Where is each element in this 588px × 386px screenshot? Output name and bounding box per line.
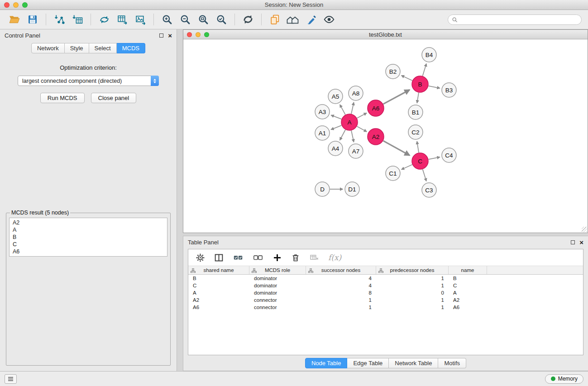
table-row[interactable]: Cdominator41C: [188, 282, 583, 289]
graph-node-C1[interactable]: C1: [386, 166, 400, 181]
graph-node-A[interactable]: A: [341, 114, 358, 130]
zoom-in-button[interactable]: [159, 12, 175, 27]
table-row[interactable]: A6connector11A6: [188, 304, 583, 311]
table-settings-button[interactable]: [196, 253, 205, 262]
graph-edge-C-C4[interactable]: [429, 157, 440, 159]
column-header-successor-nodes[interactable]: successor nodes: [306, 266, 376, 274]
result-item[interactable]: A2: [12, 219, 165, 226]
tab-select[interactable]: Select: [89, 43, 117, 53]
graph-edge-A2-C[interactable]: [383, 141, 410, 155]
graph-node-A6[interactable]: A6: [368, 100, 384, 116]
graph-edge-A6-B[interactable]: [383, 90, 410, 104]
minimize-network-icon[interactable]: [196, 32, 201, 37]
resize-grip[interactable]: [582, 227, 587, 232]
graph-node-B4[interactable]: B4: [422, 48, 436, 62]
graph-node-A4[interactable]: A4: [328, 141, 343, 156]
tab-style[interactable]: Style: [65, 43, 89, 53]
column-header-name[interactable]: name: [449, 266, 487, 274]
result-item[interactable]: A: [12, 226, 165, 234]
zoom-window-icon[interactable]: [22, 2, 28, 8]
minimize-window-icon[interactable]: [13, 2, 19, 8]
float-panel-icon[interactable]: [159, 33, 163, 38]
style-button[interactable]: [303, 12, 319, 27]
export-image-button[interactable]: [132, 12, 148, 27]
table-row[interactable]: Adominator80A: [188, 289, 583, 296]
zoom-network-icon[interactable]: [204, 32, 209, 37]
graph-node-A5[interactable]: A5: [328, 89, 343, 104]
tab-network-table[interactable]: Network Table: [389, 358, 438, 368]
criterion-dropdown[interactable]: largest connected component (directed): [18, 76, 159, 86]
network-canvas[interactable]: AA6A2BCA5A8A3A1A4A7B2B4B3B1C2C4C1C3DD1: [183, 39, 588, 233]
zoom-selected-button[interactable]: [213, 12, 229, 27]
memory-button[interactable]: Memory: [545, 374, 583, 384]
run-mcds-button[interactable]: Run MCDS: [40, 93, 85, 103]
search-input[interactable]: [460, 16, 578, 23]
open-session-button[interactable]: [6, 12, 23, 27]
graph-edge-A-A1[interactable]: [331, 125, 341, 129]
close-window-icon[interactable]: [4, 2, 10, 8]
graph-node-B[interactable]: B: [412, 76, 428, 92]
graph-node-D1[interactable]: D1: [345, 182, 359, 196]
copy-button[interactable]: [267, 12, 283, 27]
import-network-button[interactable]: [51, 12, 67, 27]
graph-edge-A-A4[interactable]: [340, 130, 345, 140]
add-row-button[interactable]: [272, 253, 282, 262]
graph-node-A2[interactable]: A2: [368, 129, 384, 145]
home-button[interactable]: [285, 12, 301, 27]
column-header-predecessor-nodes[interactable]: predecessor nodes: [376, 266, 449, 274]
graph-edge-C-C1[interactable]: [402, 165, 412, 170]
graph-edge-A-A7[interactable]: [351, 131, 354, 142]
graph-node-D[interactable]: D: [315, 182, 330, 196]
graph-edge-A-A6[interactable]: [357, 113, 367, 118]
graph-edge-B-B1[interactable]: [417, 93, 419, 103]
result-item[interactable]: B: [12, 234, 165, 241]
delete-row-button[interactable]: [291, 253, 300, 262]
network-tools-button[interactable]: [96, 12, 112, 27]
result-item[interactable]: A6: [12, 248, 165, 255]
tab-motifs[interactable]: Motifs: [438, 358, 466, 368]
zoom-out-button[interactable]: [177, 12, 193, 27]
graph-edge-B-B4[interactable]: [423, 64, 426, 76]
graph-node-B3[interactable]: B3: [442, 83, 456, 97]
graph-node-C2[interactable]: C2: [408, 125, 423, 139]
graph-edge-B-B3[interactable]: [429, 86, 440, 88]
graph-edge-A-A5[interactable]: [340, 105, 345, 114]
graph-node-A7[interactable]: A7: [349, 144, 363, 158]
graph-edge-B-B2[interactable]: [402, 76, 412, 81]
close-table-panel-icon[interactable]: ×: [579, 239, 583, 246]
graph-node-A8[interactable]: A8: [349, 86, 363, 100]
float-table-panel-icon[interactable]: [571, 240, 575, 244]
column-header-shared-name[interactable]: shared name: [188, 266, 249, 274]
graph-edge-A-A8[interactable]: [351, 102, 354, 114]
graph-edge-C-C2[interactable]: [417, 141, 419, 152]
zoom-fit-button[interactable]: [195, 12, 211, 27]
graph-node-C4[interactable]: C4: [442, 148, 456, 162]
close-panel-icon[interactable]: ×: [168, 32, 172, 39]
graph-node-C[interactable]: C: [412, 153, 428, 169]
import-table-button[interactable]: [69, 12, 86, 27]
close-panel-button[interactable]: Close panel: [91, 93, 137, 103]
select-all-button[interactable]: [233, 253, 244, 262]
close-network-icon[interactable]: [187, 32, 192, 37]
table-tools-button[interactable]: [114, 12, 130, 27]
graph-node-A1[interactable]: A1: [315, 126, 330, 140]
graph-edge-C-C3[interactable]: [423, 169, 426, 181]
graph-edge-A-A3[interactable]: [331, 115, 341, 119]
panel-toggle-button[interactable]: [5, 374, 17, 384]
tab-edge-table[interactable]: Edge Table: [347, 358, 389, 368]
table-row[interactable]: A2connector11A2: [188, 296, 583, 304]
search-field[interactable]: [448, 14, 582, 25]
result-item[interactable]: C: [12, 241, 165, 248]
tab-network[interactable]: Network: [31, 43, 65, 53]
graph-node-A3[interactable]: A3: [315, 105, 330, 119]
show-details-button[interactable]: [321, 12, 337, 27]
graph-node-B2[interactable]: B2: [386, 64, 400, 79]
graph-node-B1[interactable]: B1: [408, 105, 423, 119]
mcds-result-list[interactable]: A2ABCA6: [9, 218, 167, 257]
tab-node-table[interactable]: Node Table: [305, 358, 348, 368]
show-columns-button[interactable]: [214, 253, 224, 262]
graph-node-C3[interactable]: C3: [422, 183, 436, 197]
column-header-mcds-role[interactable]: MCDS role: [249, 266, 306, 274]
table-row[interactable]: Bdominator41B: [188, 275, 583, 282]
deselect-all-button[interactable]: [253, 253, 263, 262]
